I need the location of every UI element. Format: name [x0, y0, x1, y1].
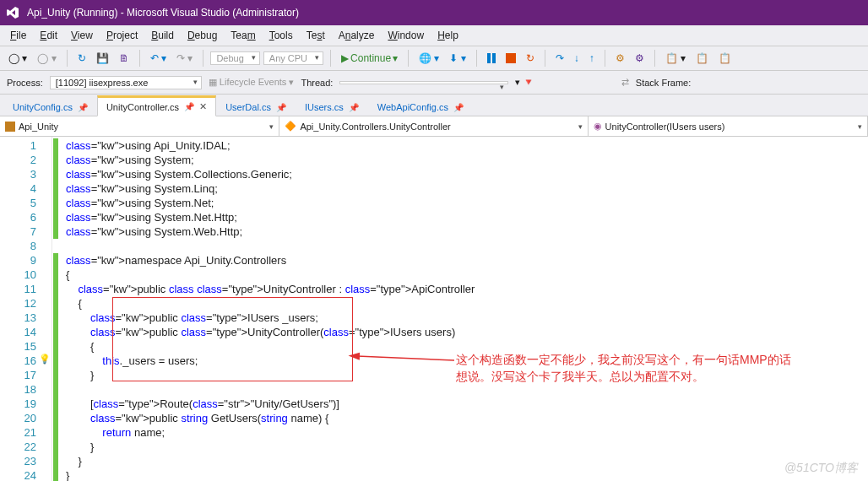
stop-button[interactable] [502, 51, 519, 65]
thread-tool-button[interactable]: ▾ 🔻 [515, 77, 534, 88]
separator [408, 50, 409, 67]
annotation-line1: 这个构造函数一定不能少，我之前没写这个，有一句话MMP的话 [456, 351, 791, 368]
svg-line-0 [357, 356, 454, 360]
annotation-box [112, 297, 353, 381]
nav-project[interactable]: Api_Unity [0, 116, 279, 136]
separator [203, 50, 203, 67]
step-over-button[interactable]: ↷ [552, 51, 567, 66]
tool-a-button[interactable]: ⚙ [612, 51, 628, 66]
menu-team[interactable]: Team [224, 28, 262, 43]
menu-project[interactable]: Project [100, 28, 144, 43]
method-icon: ◉ [594, 121, 602, 132]
pin-icon[interactable]: 📌 [453, 103, 464, 112]
main-toolbar: ◯ ▾ ◯ ▾ ↻ 💾 🗎 ↶ ▾ ↷ ▾ Debug Any CPU ▶ Co… [0, 46, 868, 71]
code-editor[interactable]: 123456789101112131415161718192021222324 … [0, 137, 868, 481]
continue-label: Continue [350, 52, 391, 64]
lightbulb-icon[interactable]: 💡 [39, 354, 51, 365]
separator [654, 50, 655, 67]
menu-debug[interactable]: Debug [181, 28, 224, 43]
continue-button[interactable]: ▶ Continue ▾ [338, 51, 401, 66]
menu-bar: File Edit View Project Build Debug Team … [0, 25, 868, 46]
undo-button[interactable]: ↶ ▾ [147, 51, 170, 66]
separator [330, 50, 331, 67]
refresh-button[interactable]: ↻ [74, 51, 90, 66]
menu-analyze[interactable]: Analyze [332, 28, 382, 43]
lifecycle-label: Lifecycle Events [220, 77, 286, 87]
platform-dropdown[interactable]: Any CPU [263, 51, 323, 65]
menu-window[interactable]: Window [381, 28, 431, 43]
annotation-line2: 想说。没写这个卡了我半天。总以为配置不对。 [456, 368, 791, 385]
menu-tools[interactable]: Tools [263, 28, 300, 43]
pin-icon[interactable]: 📌 [78, 103, 88, 112]
nav-project-label: Api_Unity [19, 122, 58, 132]
restart-button[interactable]: ↻ [523, 51, 538, 66]
code-navbar: Api_Unity 🔶Api_Unity.Controllers.UnityCo… [0, 116, 868, 137]
close-icon[interactable]: ✕ [199, 101, 207, 112]
pin-icon[interactable]: 📌 [184, 102, 194, 111]
menu-view[interactable]: View [64, 28, 100, 43]
editor-tabs: UnityConfig.cs📌 UnityController.cs📌✕ Use… [0, 95, 868, 116]
browser-button[interactable]: 🌐 ▾ [415, 51, 442, 66]
project-icon [5, 122, 15, 132]
separator [605, 50, 605, 67]
vs-logo-icon [5, 5, 20, 20]
tool-b-button[interactable]: ⚙ [632, 51, 648, 66]
menu-build[interactable]: Build [144, 28, 181, 43]
stack-tool-button[interactable]: ⇄ [621, 77, 629, 88]
tab-label: UserDal.cs [225, 102, 271, 112]
pin-icon[interactable]: 📌 [349, 103, 359, 112]
nav-method[interactable]: ◉UnityController(IUsers users) [589, 116, 868, 136]
nav-back-button[interactable]: ◯ ▾ [5, 51, 30, 66]
tab-webapiconfig[interactable]: WebApiConfig.cs📌 [368, 98, 473, 116]
lifecycle-button[interactable]: ▦ Lifecycle Events ▾ [209, 77, 295, 88]
tab-unityconfig[interactable]: UnityConfig.cs📌 [3, 98, 97, 116]
nav-method-label: UnityController(IUsers users) [605, 122, 725, 132]
menu-edit[interactable]: Edit [33, 28, 64, 43]
pause-button[interactable] [484, 51, 499, 65]
separator [545, 50, 545, 67]
separator [67, 50, 68, 67]
menu-test[interactable]: Test [300, 28, 332, 43]
tab-iusers[interactable]: IUsers.cs📌 [296, 98, 368, 116]
tab-label: WebApiConfig.cs [377, 102, 448, 112]
menu-help[interactable]: Help [431, 28, 465, 43]
tab-label: IUsers.cs [305, 102, 344, 112]
annotation-arrow [353, 348, 463, 384]
tool-c-button[interactable]: 📋 ▾ [662, 51, 689, 66]
redo-button[interactable]: ↷ ▾ [173, 51, 196, 66]
tab-label: UnityConfig.cs [13, 102, 73, 112]
stack-label: Stack Frame: [636, 78, 691, 88]
save-button[interactable]: 💾 [93, 51, 112, 66]
nav-class[interactable]: 🔶Api_Unity.Controllers.UnityController [279, 116, 588, 136]
process-dropdown[interactable]: [11092] iisexpress.exe [50, 76, 202, 89]
thread-label: Thread: [301, 78, 333, 88]
step-into-button[interactable]: ⬇ ▾ [446, 51, 469, 66]
menu-file[interactable]: File [3, 28, 33, 43]
tool-e-button[interactable]: 📋 [715, 51, 735, 66]
separator [476, 50, 477, 67]
tab-userdal[interactable]: UserDal.cs📌 [216, 98, 296, 116]
save-all-button[interactable]: 🗎 [116, 51, 133, 66]
thread-dropdown[interactable] [339, 81, 508, 84]
annotation-text: 这个构造函数一定不能少，我之前没写这个，有一句话MMP的话 想说。没写这个卡了我… [456, 351, 791, 385]
window-title: Api_Unity (Running) - Microsoft Visual S… [27, 7, 299, 19]
tool-d-button[interactable]: 📋 [692, 51, 712, 66]
watermark: @51CTO博客 [784, 461, 858, 476]
step-into2-button[interactable]: ↓ [571, 51, 583, 66]
line-gutter: 123456789101112131415161718192021222324 [0, 137, 52, 481]
title-bar: Api_Unity (Running) - Microsoft Visual S… [0, 0, 868, 25]
nav-class-label: Api_Unity.Controllers.UnityController [300, 122, 450, 132]
config-dropdown[interactable]: Debug [210, 51, 259, 65]
step-out-button[interactable]: ↑ [586, 51, 598, 66]
nav-forward-button[interactable]: ◯ ▾ [34, 51, 59, 66]
separator [139, 50, 140, 67]
process-label: Process: [7, 78, 43, 88]
class-icon: 🔶 [285, 121, 296, 132]
tab-unitycontroller[interactable]: UnityController.cs📌✕ [97, 95, 216, 116]
debug-toolbar: Process: [11092] iisexpress.exe ▦ Lifecy… [0, 71, 868, 95]
tab-label: UnityController.cs [106, 102, 179, 112]
pin-icon[interactable]: 📌 [276, 103, 286, 112]
